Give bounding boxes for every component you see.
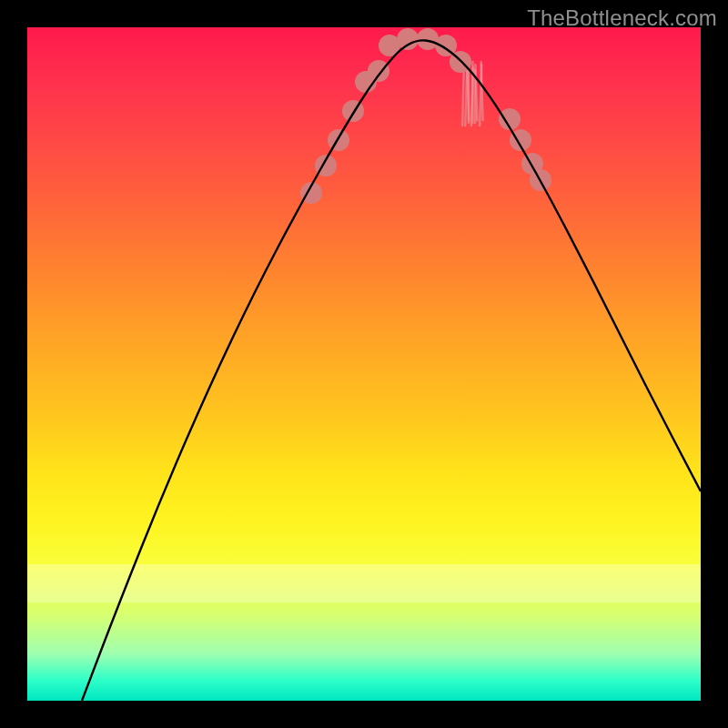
watermark-text: TheBottleneck.com [527, 5, 717, 31]
chart-frame: TheBottleneck.com [0, 0, 728, 728]
data-point [397, 28, 419, 50]
bottleneck-curve [82, 40, 701, 701]
data-point [328, 129, 349, 151]
svg-line-3 [465, 70, 467, 126]
data-point [368, 60, 389, 82]
data-markers [300, 28, 551, 204]
data-point [342, 100, 364, 122]
curve-layer [27, 27, 701, 701]
plot-area [27, 27, 701, 701]
svg-line-9 [480, 65, 481, 126]
